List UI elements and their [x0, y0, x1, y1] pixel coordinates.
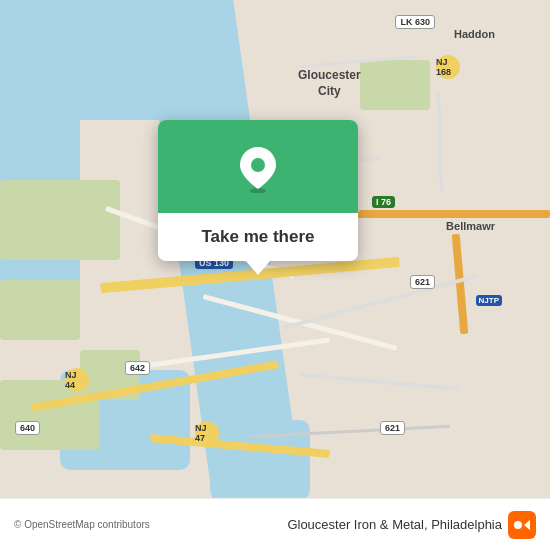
badge-621-bottom: 621: [380, 421, 405, 435]
badge-nj47: NJ 47: [195, 421, 219, 445]
moovit-logo: Gloucester Iron & Metal, Philadelphia: [287, 511, 536, 539]
badge-lk630: LK 630: [395, 15, 435, 29]
haddon-label: Haddon: [454, 28, 495, 40]
badge-nj44: NJ 44: [65, 368, 89, 392]
badge-621-top: 621: [410, 275, 435, 289]
popup-card: Take me there: [158, 120, 358, 261]
app-name-text: Gloucester Iron & Metal, Philadelphia: [287, 517, 502, 532]
moovit-icon: [508, 511, 536, 539]
badge-i76: I 76: [372, 196, 395, 208]
popup-header: [158, 120, 358, 213]
bellmawr-label: Bellmawr: [446, 220, 495, 232]
badge-642: 642: [125, 361, 150, 375]
svg-point-1: [251, 158, 265, 172]
green-area-5: [360, 60, 430, 110]
take-me-there-button[interactable]: Take me there: [158, 213, 358, 261]
copyright-text: © OpenStreetMap contributors: [14, 519, 287, 530]
badge-640: 640: [15, 421, 40, 435]
badge-njtp: NJTP: [476, 295, 502, 306]
bottom-bar: © OpenStreetMap contributors Gloucester …: [0, 498, 550, 550]
svg-point-3: [514, 521, 522, 529]
green-area-1: [0, 180, 120, 260]
map-container: I 76 US 130 NJ 44 NJ 47 NJ 168 621 621 6…: [0, 0, 550, 550]
highway-76-road: [350, 210, 550, 218]
location-pin-icon: [238, 145, 278, 193]
green-area-2: [0, 280, 80, 340]
gloucester-city-label: GloucesterCity: [298, 68, 361, 99]
badge-nj168: NJ 168: [436, 55, 460, 79]
